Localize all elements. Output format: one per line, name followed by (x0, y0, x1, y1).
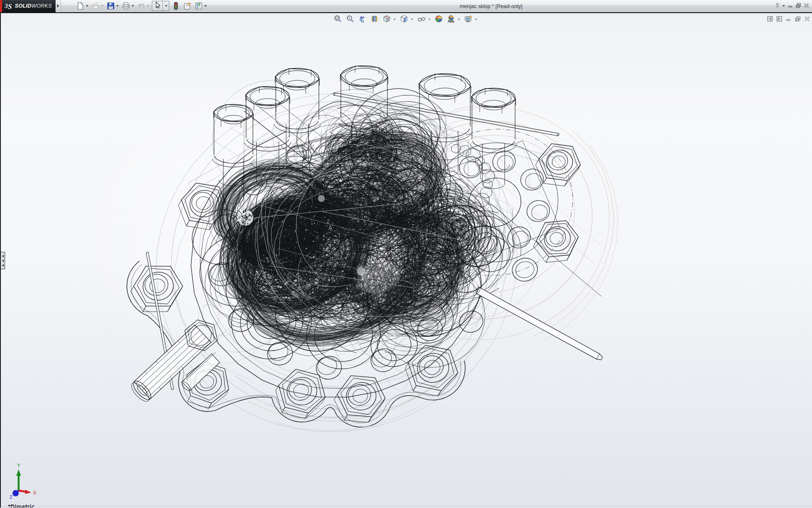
view-settings-icon (464, 15, 472, 24)
open-document-button[interactable] (91, 0, 104, 11)
section-view-button[interactable] (369, 14, 380, 25)
brand-name-light: WORKS (31, 3, 52, 9)
svg-text:X: X (33, 490, 36, 495)
select-dropdown[interactable] (163, 1, 169, 11)
view-orientation-dropdown[interactable] (392, 18, 399, 21)
output-shaft (475, 287, 603, 360)
save-button[interactable] (106, 0, 120, 11)
dropdown-arrow-icon (86, 5, 88, 7)
brand-name-bold: SOLID (15, 3, 31, 9)
dropdown-arrow-icon (147, 5, 149, 7)
svg-text:S: S (8, 3, 12, 11)
section-view-icon (370, 15, 379, 24)
dropdown-arrow-icon (458, 19, 460, 20)
menu-expand-button[interactable] (55, 0, 61, 12)
collapse-arrow-icon (2, 264, 4, 267)
undo-icon (137, 2, 145, 10)
select-cursor-icon (152, 0, 163, 11)
spline-shaft (129, 320, 220, 404)
close-doc-button[interactable] (804, 16, 810, 23)
headsup-toolbar (332, 14, 480, 25)
minimize-doc-button[interactable] (786, 16, 791, 23)
apply-scene-button[interactable] (446, 14, 456, 25)
restore-doc-button[interactable] (795, 16, 801, 23)
svg-text:Z: Z (9, 494, 12, 499)
print-button[interactable] (121, 0, 135, 11)
appearance-ball-icon (435, 15, 443, 24)
select-button[interactable] (152, 1, 169, 11)
dropdown-arrow-icon (132, 5, 134, 7)
save-icon (107, 2, 115, 10)
view-settings-dropdown[interactable] (474, 18, 480, 21)
print-icon (122, 2, 130, 10)
view-orientation-label: *Dimetric (8, 503, 35, 508)
apply-scene-dropdown[interactable] (456, 18, 463, 21)
new-document-button[interactable] (75, 0, 89, 11)
help-button[interactable]: ? (775, 2, 785, 10)
expand-arrow-icon (57, 4, 59, 8)
traffic-light-icon (172, 2, 180, 10)
dropdown-arrow-icon (165, 5, 167, 7)
new-document-icon (76, 2, 85, 10)
restore-icon (796, 3, 801, 9)
undo-button[interactable] (136, 0, 150, 11)
rebuild-button[interactable] (171, 0, 181, 11)
minimize-icon (788, 3, 793, 9)
document-window-controls (767, 16, 810, 23)
file-properties-button[interactable] (182, 0, 192, 11)
dropdown-arrow-icon (116, 5, 119, 7)
display-style-dropdown[interactable] (409, 18, 416, 21)
file-properties-icon (183, 2, 192, 10)
previous-view-button[interactable] (357, 14, 368, 25)
titlebar-window-controls: ? (773, 2, 812, 10)
restore-app-button[interactable] (796, 3, 801, 9)
view-orientation-icon (383, 15, 391, 24)
svg-text:Y: Y (17, 463, 20, 468)
zoom-fit-icon (334, 15, 342, 24)
brand-name: SOLIDWORKS (15, 3, 52, 9)
edit-appearance-button[interactable] (433, 14, 444, 25)
close-icon (804, 3, 809, 9)
zoom-to-area-button[interactable] (345, 14, 355, 25)
pane-right-icon (776, 16, 782, 23)
hide-show-items-button[interactable] (416, 14, 427, 25)
svg-text:?: ? (776, 2, 779, 9)
minimize-app-button[interactable] (788, 3, 793, 9)
dropdown-arrow-icon (411, 19, 413, 20)
options-icon (195, 2, 203, 10)
cad-model-wireframe (1, 13, 812, 508)
scene-ball-icon (447, 15, 455, 24)
triad-x-axis: X (19, 490, 36, 495)
minimize-icon (786, 16, 791, 23)
restore-icon (795, 16, 801, 23)
close-app-button[interactable] (804, 3, 809, 9)
eyeglasses-icon (417, 15, 425, 24)
svg-text:3: 3 (4, 3, 8, 9)
previous-view-icon (358, 15, 366, 24)
display-style-icon (400, 15, 408, 24)
pane-left-icon (767, 16, 773, 23)
view-orientation-button[interactable] (381, 14, 392, 25)
show-right-pane-button[interactable] (776, 16, 782, 23)
show-left-pane-button[interactable] (767, 16, 773, 23)
titlebar: 3 S SOLIDWORKS (0, 0, 812, 12)
feature-pane-collapsed-tab[interactable] (1, 252, 5, 269)
view-settings-button[interactable] (463, 14, 474, 25)
help-icon: ? (775, 2, 780, 10)
collapse-arrow-icon (2, 255, 4, 257)
zoom-area-icon (346, 15, 354, 24)
options-button[interactable] (194, 0, 208, 11)
dropdown-arrow-icon (475, 19, 477, 20)
dropdown-arrow-icon (428, 19, 431, 20)
window-title: menjac sklop * [Read-only] (209, 3, 773, 9)
dropdown-arrow-icon (782, 5, 785, 7)
dropdown-arrow-icon (101, 5, 104, 7)
hide-show-items-dropdown[interactable] (427, 18, 433, 21)
open-folder-icon (91, 2, 100, 10)
viewport[interactable]: Y X Z *Dimetric (0, 13, 812, 508)
dropdown-arrow-icon (204, 5, 207, 7)
triad-z-axis: Z (9, 490, 19, 500)
display-style-button[interactable] (399, 14, 409, 25)
zoom-to-fit-button[interactable] (332, 14, 343, 25)
main-toolbar (61, 0, 209, 12)
